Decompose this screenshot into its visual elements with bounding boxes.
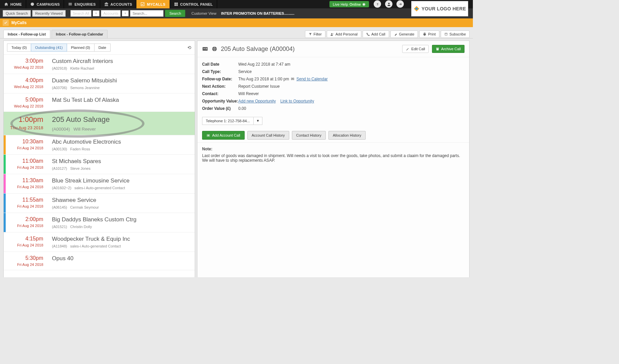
call-date: Fri Aug 24 2018 — [9, 185, 43, 189]
svg-text:?: ? — [376, 2, 378, 6]
home-icon — [4, 2, 8, 6]
call-sub: (A00004) Will Reever — [52, 127, 110, 132]
logout-button[interactable] — [396, 0, 404, 8]
allocation-history-button[interactable]: Allocation History — [328, 131, 366, 140]
call-account-name: Duane Salerno Mitsubishi — [52, 77, 117, 84]
generate-button[interactable]: Generate — [390, 30, 418, 38]
svg-point-5 — [331, 33, 332, 34]
call-item[interactable]: 11:55amFri Aug 24 2018Shawnee Service(A0… — [4, 194, 195, 213]
call-account-name: Custom Aircraft Interiors — [52, 58, 113, 65]
section-header: MyCalls — [0, 18, 473, 27]
call-item[interactable]: 3:00pmWed Aug 22 2018Custom Aircraft Int… — [4, 55, 195, 74]
call-time: 4:00pm — [9, 77, 43, 83]
svg-rect-9 — [205, 49, 207, 49]
nav-accounts[interactable]: ACCOUNTS — [100, 0, 137, 8]
check-icon — [140, 2, 145, 6]
call-sub: (A03706) Semons Jeannine — [52, 86, 117, 90]
call-item[interactable]: 10:30amFri Aug 24 2018Abc Automotive Ele… — [4, 135, 195, 155]
add-account-call-button[interactable]: Add Account Call — [202, 131, 245, 140]
add-call-button[interactable]: Add Call — [363, 30, 389, 38]
phone-icon — [366, 32, 370, 36]
refresh-button[interactable]: ⟲ — [187, 45, 191, 50]
chevron-down-icon[interactable]: ▼ — [254, 117, 263, 125]
chevron-down-icon[interactable]: ▼ — [93, 10, 100, 16]
archive-call-button[interactable]: Archive Call — [432, 45, 465, 53]
filter-planned[interactable]: Planned (0) — [67, 44, 95, 52]
recently-viewed-button[interactable]: Recently Viewed — [32, 10, 66, 17]
filter-date[interactable]: Date — [94, 44, 111, 52]
call-item[interactable]: 4:00pmWed Aug 22 2018Duane Salerno Mitsu… — [4, 74, 195, 93]
grid-icon — [174, 2, 178, 6]
search-entity-select[interactable]: Accounts — [101, 10, 121, 17]
logo-icon — [414, 6, 420, 12]
contact-history-button[interactable]: Contact History — [292, 131, 326, 140]
nav-control-panel[interactable]: CONTROL PANEL — [170, 0, 218, 8]
call-item[interactable]: 5:00pmWed Aug 22 2018Mat Su Test Lab Of … — [4, 93, 195, 112]
link-opportunity-link[interactable]: Link to Opportunity — [280, 99, 314, 103]
call-sub: (A00130) Faden Ross — [52, 147, 121, 151]
help-button[interactable]: ? — [374, 0, 381, 8]
list-icon — [68, 2, 72, 6]
search-bar: Quick Search Recently Viewed Search All▼… — [0, 8, 473, 18]
live-help-button[interactable]: Live Help Online ◉ — [329, 1, 369, 7]
nav-mycalls[interactable]: MYCALLS — [136, 0, 170, 8]
note-heading: Note: — [202, 147, 465, 151]
chevron-down-icon[interactable]: ▼ — [122, 10, 129, 16]
color-stripe — [4, 174, 6, 193]
contact-card-icon — [202, 46, 208, 52]
archive-icon — [436, 47, 439, 51]
phone-select[interactable]: Telephone 1: 212-758-84... ▼ — [202, 117, 465, 125]
wand-icon — [394, 32, 397, 36]
add-personal-button[interactable]: Add Personal — [327, 30, 361, 38]
person-plus-icon — [330, 32, 334, 36]
question-icon: ? — [375, 2, 380, 6]
call-time: 11:55am — [9, 197, 43, 203]
call-time: 3:00pm — [9, 58, 43, 64]
call-date: Fri Aug 24 2018 — [9, 204, 43, 208]
nav-home[interactable]: HOME — [0, 0, 26, 8]
search-input[interactable] — [130, 10, 164, 17]
color-stripe — [4, 213, 6, 232]
call-sub: (A11848) sales-i Auto-generated Contact — [52, 244, 130, 248]
call-date: Thu Aug 23 2018 — [9, 125, 43, 130]
print-button[interactable]: Print — [419, 30, 439, 38]
label-call-date: Call Date — [202, 62, 238, 67]
envelope-icon: ✉ — [291, 77, 294, 81]
call-sub: (A06145) Cermak Seymour — [52, 205, 99, 209]
call-item[interactable]: 1:00pmThu Aug 23 2018205 Auto Salvage(A0… — [4, 112, 195, 135]
nav-campaigns[interactable]: CAMPAIGNS — [26, 0, 64, 8]
value-next-action: Report Customer Issue — [238, 84, 280, 89]
promo-text: INTER PROMOTION ON BATTERIES.......... — [221, 11, 295, 15]
label-followup: Follow-up Date: — [202, 77, 238, 81]
subscribe-button[interactable]: Subscribe — [441, 30, 470, 38]
nav-enquiries[interactable]: ENQUIRIES — [64, 0, 100, 8]
pencil-icon — [406, 47, 410, 51]
filter-button[interactable]: Filter — [305, 30, 325, 38]
call-date: Fri Aug 24 2018 — [9, 165, 43, 169]
logo-placeholder: YOUR LOGO HERE — [411, 1, 468, 16]
user-button[interactable] — [385, 0, 392, 8]
detail-title: 205 Auto Salvage (A00004) — [221, 46, 399, 53]
search-button[interactable]: Search — [165, 10, 185, 17]
call-item[interactable]: 4:15pmFri Aug 24 2018Woodpecker Truck & … — [4, 232, 195, 252]
tab-followup-list[interactable]: Inbox - Follow-up List — [3, 30, 50, 38]
call-sub: (A01602~2) sales-i Auto-generated Contac… — [52, 186, 130, 190]
call-list[interactable]: 3:00pmWed Aug 22 2018Custom Aircraft Int… — [4, 54, 195, 277]
search-scope-select[interactable]: Search All — [70, 10, 92, 17]
call-item[interactable]: 11:30amFri Aug 24 2018Blue Streak Limous… — [4, 174, 195, 194]
call-item[interactable]: 5:30pmFri Aug 24 2018Opus 40 — [4, 252, 195, 270]
call-item[interactable]: 11:00amFri Aug 24 2018St Michaels Spares… — [4, 155, 195, 174]
quick-search-button[interactable]: Quick Search — [3, 10, 31, 17]
color-stripe — [4, 194, 6, 213]
calendar-icon — [444, 32, 448, 36]
account-call-history-button[interactable]: Account Call History — [247, 131, 289, 140]
add-opportunity-link[interactable]: Add new Opportunity — [238, 99, 276, 103]
tab-followup-calendar[interactable]: Inbox - Follow-up Calendar — [52, 30, 108, 38]
call-account-name: Abc Automotive Electronics — [52, 139, 121, 145]
edit-call-button[interactable]: Edit Call — [402, 45, 429, 53]
customer-view-link[interactable]: Customer View — [191, 11, 216, 15]
call-item[interactable]: 2:00pmFri Aug 24 2018Big Daddys Blaneks … — [4, 213, 195, 232]
send-to-calendar-link[interactable]: Send to Calendar — [296, 77, 327, 81]
filter-outstanding[interactable]: Outstanding (41) — [31, 44, 67, 52]
filter-today[interactable]: Today (0) — [7, 44, 31, 52]
